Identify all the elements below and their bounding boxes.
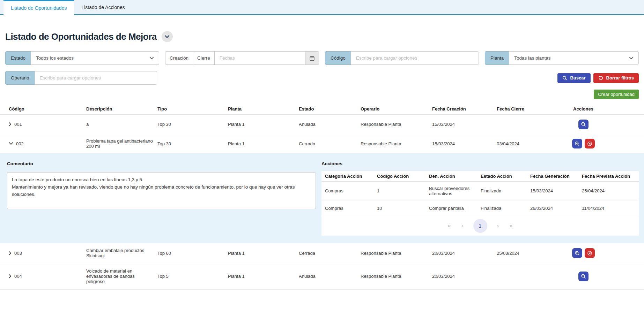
cell-estado: Anulada	[295, 119, 357, 130]
cell-fecha-cierre	[493, 274, 550, 279]
table-row: 001 a Top 30 Planta 1 Anulada Responsabl…	[0, 115, 644, 134]
expand-row-button[interactable]	[9, 122, 12, 127]
expand-row-button[interactable]	[9, 251, 12, 255]
column-header-estado: Estado	[295, 104, 357, 114]
comentario-label: Comentario	[7, 161, 316, 166]
cell-planta: Planta 1	[224, 248, 295, 259]
first-page-button[interactable]: «	[447, 222, 451, 229]
subtable-header-row: Categoria Acción Código Acción Den. Acci…	[321, 171, 639, 182]
page-title: Listado de Oportunidades de Mejora	[5, 31, 157, 42]
fecha-cierre-toggle[interactable]: Cierre	[193, 51, 215, 65]
chevron-down-icon	[9, 142, 13, 145]
cell-codigo: 003	[14, 251, 22, 256]
collapse-row-button[interactable]	[9, 142, 13, 145]
filter-operario: Operario	[5, 71, 157, 85]
cell-tipo: Top 30	[154, 138, 224, 149]
chevron-right-icon	[9, 274, 12, 278]
cell-fecha-creacion: 15/03/2024	[429, 119, 493, 130]
cell-descripcion: a	[83, 119, 154, 130]
estado-select-value: Todos los estados	[36, 55, 74, 61]
subtable-row: Compras 10 Comprar pantalla Finalizada 2…	[321, 200, 639, 216]
cell-codigo: 004	[14, 274, 22, 279]
cell-operario: Responsable Planta	[357, 138, 429, 149]
cell-descripcion: Volcado de material en envasadoras de ba…	[83, 266, 154, 287]
next-page-button[interactable]: ›	[496, 222, 500, 229]
search-icon	[562, 76, 567, 81]
operario-input[interactable]	[35, 71, 157, 85]
subcell-categoria: Compras	[321, 203, 373, 213]
cell-planta: Planta 1	[224, 271, 295, 282]
zoom-in-icon	[581, 122, 586, 127]
filter-codigo: Código	[325, 51, 479, 65]
chevron-right-icon	[9, 122, 12, 127]
collapse-section-button[interactable]	[162, 31, 173, 42]
codigo-input[interactable]	[351, 51, 479, 65]
fecha-creacion-toggle[interactable]: Creación	[165, 51, 193, 65]
cancel-opportunity-button[interactable]	[585, 248, 595, 258]
subcell-fecha-prevista: 11/04/2024	[578, 203, 636, 213]
buscar-button[interactable]: Buscar	[557, 73, 590, 83]
opportunities-table: Código Descripción Tipo Planta Estado Op…	[0, 103, 644, 290]
subcell-categoria: Compras	[321, 186, 373, 196]
filter-operario-label: Operario	[5, 71, 35, 85]
circle-x-icon	[587, 251, 592, 256]
column-header-fecha-cierre: Fecha Cierre	[493, 104, 550, 114]
subcell-fecha-prevista: 25/04/2024	[578, 186, 636, 196]
column-header-codigo: Código	[5, 104, 83, 114]
cell-descripcion: Cambiar embalaje productos Skintsugi	[83, 245, 154, 261]
filter-fechas: Creación Cierre	[165, 51, 319, 65]
subcolumn-header-denominacion: Den. Acción	[425, 171, 477, 181]
subcell-estado: Finalizada	[477, 203, 527, 213]
planta-select-value: Todas las plantas	[514, 55, 550, 61]
view-detail-button[interactable]	[578, 272, 589, 281]
subcell-codigo: 10	[373, 203, 425, 213]
subcell-codigo: 1	[373, 186, 425, 196]
subcolumn-header-estado: Estado Acción	[477, 171, 527, 181]
current-page-button[interactable]: 1	[473, 219, 487, 233]
subcell-denominacion: Comprar pantalla	[425, 203, 477, 213]
zoom-in-icon	[581, 274, 586, 279]
cell-fecha-creacion: 20/03/2024	[429, 271, 493, 282]
prev-page-button[interactable]: ‹	[461, 222, 464, 229]
expand-row-button[interactable]	[9, 274, 12, 278]
chevron-down-icon	[149, 57, 154, 60]
crear-oportunidad-button[interactable]: Crear oportunidad	[594, 90, 639, 99]
column-header-descripcion: Descripción	[83, 104, 154, 114]
last-page-button[interactable]: »	[509, 222, 513, 229]
view-detail-button[interactable]	[572, 139, 582, 148]
view-detail-button[interactable]	[572, 248, 582, 258]
zoom-in-icon	[575, 251, 580, 256]
tab-listado-acciones[interactable]: Listado de Acciones	[74, 0, 132, 14]
cell-planta: Planta 1	[224, 138, 295, 149]
cell-tipo: Top 30	[154, 119, 224, 130]
cell-fecha-creacion: 15/03/2024	[429, 138, 493, 149]
column-header-acciones: Acciones	[550, 104, 613, 114]
buscar-button-label: Buscar	[570, 75, 585, 81]
view-detail-button[interactable]	[578, 120, 589, 129]
cell-tipo: Top 60	[154, 248, 224, 259]
table-row: 002 Problema tapa gel antibacteriano 200…	[0, 134, 644, 153]
cell-estado: Cerrada	[295, 248, 357, 259]
column-header-operario: Operario	[357, 104, 429, 114]
subcell-fecha-generacion: 15/03/2024	[527, 186, 578, 196]
cell-fecha-cierre: 25/03/2024	[493, 248, 550, 259]
cancel-opportunity-button[interactable]	[585, 139, 595, 148]
fechas-input[interactable]	[214, 51, 305, 65]
planta-select[interactable]: Todas las plantas	[509, 51, 639, 65]
tab-listado-oportunidades[interactable]: Listado de Oportunidades	[3, 0, 74, 15]
table-row: 003 Cambiar embalaje productos Skintsugi…	[0, 243, 644, 263]
subtable-pagination: « ‹ 1 › »	[321, 216, 639, 236]
circle-x-icon	[587, 141, 592, 146]
cell-codigo: 002	[16, 141, 24, 146]
calendar-icon	[309, 55, 315, 61]
borrar-filtros-button[interactable]: Borrar filtros	[593, 73, 639, 83]
undo-icon	[598, 75, 604, 81]
estado-select[interactable]: Todos los estados	[31, 51, 159, 65]
subcolumn-header-fecha-generacion: Fecha Generación	[527, 171, 578, 181]
subcolumn-header-categoria: Categoria Acción	[321, 171, 373, 181]
calendar-button[interactable]	[305, 51, 319, 65]
cell-estado: Cerrada	[295, 138, 357, 149]
subcell-estado: Finalizada	[477, 186, 527, 196]
zoom-in-icon	[575, 141, 580, 146]
filter-codigo-label: Código	[325, 51, 351, 65]
